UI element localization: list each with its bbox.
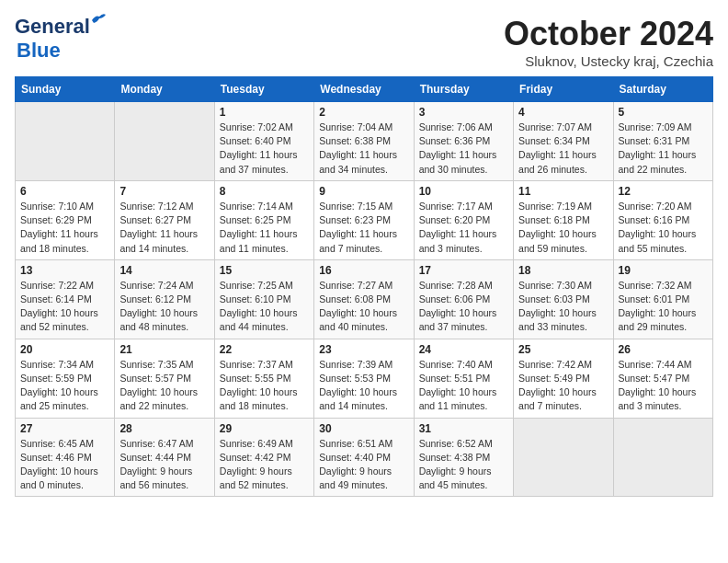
calendar-cell: 25Sunrise: 7:42 AM Sunset: 5:49 PM Dayli… xyxy=(514,339,613,418)
weekday-header-row: SundayMondayTuesdayWednesdayThursdayFrid… xyxy=(16,77,713,102)
calendar-cell: 6Sunrise: 7:10 AM Sunset: 6:29 PM Daylig… xyxy=(16,180,115,259)
calendar-cell: 31Sunrise: 6:52 AM Sunset: 4:38 PM Dayli… xyxy=(414,418,513,497)
day-number: 13 xyxy=(20,264,109,277)
day-number: 31 xyxy=(419,422,508,435)
day-number: 16 xyxy=(319,264,408,277)
day-detail: Sunrise: 6:45 AM Sunset: 4:46 PM Dayligh… xyxy=(20,437,109,493)
weekday-header-monday: Monday xyxy=(115,77,214,102)
day-number: 29 xyxy=(220,422,309,435)
calendar-cell: 8Sunrise: 7:14 AM Sunset: 6:25 PM Daylig… xyxy=(214,180,313,259)
day-detail: Sunrise: 7:20 AM Sunset: 6:16 PM Dayligh… xyxy=(619,200,708,256)
day-detail: Sunrise: 6:52 AM Sunset: 4:38 PM Dayligh… xyxy=(419,437,508,493)
calendar-body: 1Sunrise: 7:02 AM Sunset: 6:40 PM Daylig… xyxy=(16,102,713,497)
page-header: General Blue October 2024 Sluknov, Ustec… xyxy=(15,15,713,69)
day-detail: Sunrise: 7:14 AM Sunset: 6:25 PM Dayligh… xyxy=(220,200,309,256)
calendar-cell: 4Sunrise: 7:07 AM Sunset: 6:34 PM Daylig… xyxy=(514,102,613,181)
calendar-week-row: 13Sunrise: 7:22 AM Sunset: 6:14 PM Dayli… xyxy=(16,259,713,339)
day-detail: Sunrise: 7:22 AM Sunset: 6:14 PM Dayligh… xyxy=(20,279,109,335)
day-detail: Sunrise: 7:12 AM Sunset: 6:27 PM Dayligh… xyxy=(119,200,209,256)
day-number: 17 xyxy=(419,264,508,277)
day-number: 7 xyxy=(119,185,209,198)
logo: General Blue xyxy=(15,15,90,63)
day-number: 30 xyxy=(319,422,408,435)
day-number: 23 xyxy=(319,343,408,356)
day-number: 18 xyxy=(518,264,608,277)
calendar-cell: 20Sunrise: 7:34 AM Sunset: 5:59 PM Dayli… xyxy=(16,339,115,418)
day-detail: Sunrise: 7:15 AM Sunset: 6:23 PM Dayligh… xyxy=(319,200,408,256)
day-detail: Sunrise: 7:39 AM Sunset: 5:53 PM Dayligh… xyxy=(319,358,408,414)
day-number: 5 xyxy=(619,106,708,119)
calendar-cell: 5Sunrise: 7:09 AM Sunset: 6:31 PM Daylig… xyxy=(613,102,712,181)
title-area: October 2024 Sluknov, Ustecky kraj, Czec… xyxy=(504,15,713,69)
logo-general: General xyxy=(15,15,90,38)
calendar-cell: 13Sunrise: 7:22 AM Sunset: 6:14 PM Dayli… xyxy=(16,259,115,339)
day-detail: Sunrise: 7:32 AM Sunset: 6:01 PM Dayligh… xyxy=(619,279,708,335)
day-number: 2 xyxy=(319,106,408,119)
day-detail: Sunrise: 7:25 AM Sunset: 6:10 PM Dayligh… xyxy=(220,279,309,335)
day-detail: Sunrise: 7:30 AM Sunset: 6:03 PM Dayligh… xyxy=(518,279,608,335)
day-detail: Sunrise: 7:02 AM Sunset: 6:40 PM Dayligh… xyxy=(220,121,309,177)
day-number: 6 xyxy=(20,185,109,198)
day-detail: Sunrise: 7:35 AM Sunset: 5:57 PM Dayligh… xyxy=(119,358,209,414)
calendar-cell xyxy=(16,102,115,181)
logo-bird-icon xyxy=(90,11,107,28)
weekday-header-friday: Friday xyxy=(514,77,613,102)
calendar-cell: 2Sunrise: 7:04 AM Sunset: 6:38 PM Daylig… xyxy=(314,102,414,181)
day-detail: Sunrise: 7:37 AM Sunset: 5:55 PM Dayligh… xyxy=(220,358,309,414)
weekday-header-wednesday: Wednesday xyxy=(314,77,414,102)
calendar-cell: 23Sunrise: 7:39 AM Sunset: 5:53 PM Dayli… xyxy=(314,339,414,418)
weekday-header-thursday: Thursday xyxy=(414,77,513,102)
day-number: 14 xyxy=(119,264,209,277)
calendar-cell: 1Sunrise: 7:02 AM Sunset: 6:40 PM Daylig… xyxy=(214,102,313,181)
calendar-cell: 26Sunrise: 7:44 AM Sunset: 5:47 PM Dayli… xyxy=(613,339,712,418)
day-number: 20 xyxy=(20,343,109,356)
day-number: 4 xyxy=(518,106,608,119)
calendar-cell: 12Sunrise: 7:20 AM Sunset: 6:16 PM Dayli… xyxy=(613,180,712,259)
day-number: 12 xyxy=(619,185,708,198)
calendar-week-row: 20Sunrise: 7:34 AM Sunset: 5:59 PM Dayli… xyxy=(16,339,713,418)
day-detail: Sunrise: 6:49 AM Sunset: 4:42 PM Dayligh… xyxy=(220,437,309,493)
calendar-cell: 28Sunrise: 6:47 AM Sunset: 4:44 PM Dayli… xyxy=(115,418,214,497)
calendar-table: SundayMondayTuesdayWednesdayThursdayFrid… xyxy=(15,76,713,497)
calendar-cell: 19Sunrise: 7:32 AM Sunset: 6:01 PM Dayli… xyxy=(613,259,712,339)
calendar-cell xyxy=(115,102,214,181)
day-detail: Sunrise: 7:07 AM Sunset: 6:34 PM Dayligh… xyxy=(518,121,608,177)
day-detail: Sunrise: 7:04 AM Sunset: 6:38 PM Dayligh… xyxy=(319,121,408,177)
day-number: 22 xyxy=(220,343,309,356)
calendar-cell: 18Sunrise: 7:30 AM Sunset: 6:03 PM Dayli… xyxy=(514,259,613,339)
day-number: 8 xyxy=(220,185,309,198)
day-number: 15 xyxy=(220,264,309,277)
calendar-cell: 24Sunrise: 7:40 AM Sunset: 5:51 PM Dayli… xyxy=(414,339,513,418)
calendar-cell: 21Sunrise: 7:35 AM Sunset: 5:57 PM Dayli… xyxy=(115,339,214,418)
day-detail: Sunrise: 7:09 AM Sunset: 6:31 PM Dayligh… xyxy=(619,121,708,177)
day-detail: Sunrise: 7:10 AM Sunset: 6:29 PM Dayligh… xyxy=(20,200,109,256)
day-number: 19 xyxy=(619,264,708,277)
location-subtitle: Sluknov, Ustecky kraj, Czechia xyxy=(504,53,713,69)
day-detail: Sunrise: 7:27 AM Sunset: 6:08 PM Dayligh… xyxy=(319,279,408,335)
day-number: 10 xyxy=(419,185,508,198)
day-detail: Sunrise: 7:24 AM Sunset: 6:12 PM Dayligh… xyxy=(119,279,209,335)
calendar-week-row: 1Sunrise: 7:02 AM Sunset: 6:40 PM Daylig… xyxy=(16,102,713,181)
month-title: October 2024 xyxy=(504,15,713,53)
calendar-cell: 22Sunrise: 7:37 AM Sunset: 5:55 PM Dayli… xyxy=(214,339,313,418)
day-number: 27 xyxy=(20,422,109,435)
weekday-header-saturday: Saturday xyxy=(613,77,712,102)
day-number: 3 xyxy=(419,106,508,119)
day-number: 1 xyxy=(220,106,309,119)
weekday-header-sunday: Sunday xyxy=(16,77,115,102)
calendar-cell: 15Sunrise: 7:25 AM Sunset: 6:10 PM Dayli… xyxy=(214,259,313,339)
day-detail: Sunrise: 7:28 AM Sunset: 6:06 PM Dayligh… xyxy=(419,279,508,335)
calendar-cell: 7Sunrise: 7:12 AM Sunset: 6:27 PM Daylig… xyxy=(115,180,214,259)
calendar-cell: 14Sunrise: 7:24 AM Sunset: 6:12 PM Dayli… xyxy=(115,259,214,339)
day-number: 24 xyxy=(419,343,508,356)
logo-blue: Blue xyxy=(17,39,61,62)
calendar-cell: 30Sunrise: 6:51 AM Sunset: 4:40 PM Dayli… xyxy=(314,418,414,497)
calendar-cell xyxy=(613,418,712,497)
calendar-week-row: 27Sunrise: 6:45 AM Sunset: 4:46 PM Dayli… xyxy=(16,418,713,497)
calendar-cell xyxy=(514,418,613,497)
day-detail: Sunrise: 7:42 AM Sunset: 5:49 PM Dayligh… xyxy=(518,358,608,414)
day-detail: Sunrise: 6:47 AM Sunset: 4:44 PM Dayligh… xyxy=(119,437,209,493)
day-number: 25 xyxy=(518,343,608,356)
day-number: 26 xyxy=(619,343,708,356)
calendar-cell: 29Sunrise: 6:49 AM Sunset: 4:42 PM Dayli… xyxy=(214,418,313,497)
